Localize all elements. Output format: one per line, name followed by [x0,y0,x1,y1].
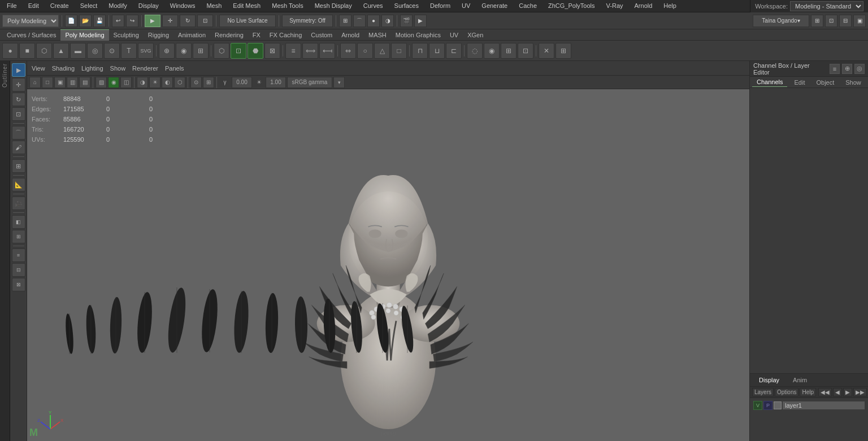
vp-menu-renderer[interactable]: Renderer [130,64,160,73]
menu-edit[interactable]: Edit [26,1,41,10]
ui-icon3[interactable]: ⊟ [839,15,852,27]
shelf-booleans[interactable]: ⊠ [264,43,280,59]
menu-help[interactable]: Help [661,1,679,10]
menu-cache[interactable]: Cache [517,1,539,10]
shelf-tab-rig[interactable]: Rigging [144,29,173,41]
le-nav-first[interactable]: ◀◀ [818,388,832,396]
menu-mesh[interactable]: Mesh [204,1,224,10]
shelf-circularize[interactable]: ◉ [176,43,192,59]
shelf-slide-edge[interactable]: ⟻ [319,43,335,59]
rotate-tool-btn[interactable]: ↻ [180,15,196,27]
shelf-soften[interactable]: ◌ [467,43,483,59]
misc-tool3[interactable]: ⊠ [12,278,25,291]
shelf-tab-xgen[interactable]: XGen [463,29,488,41]
shelf-bridge[interactable]: ⊡ [231,43,246,59]
menu-modify[interactable]: Modify [106,1,129,10]
shelf-cone[interactable]: ▲ [53,43,69,59]
shelf-extract[interactable]: ⊏ [446,43,462,59]
shelf-layout[interactable]: ⊡ [518,43,533,59]
select-tool[interactable]: ▶ [12,63,25,77]
wireframe-btn[interactable]: ◫ [120,77,132,88]
le-tab-display[interactable]: Display [754,375,784,385]
workspace-dropdown[interactable]: Modeling - Standard [790,1,863,11]
shelf-mirror[interactable]: ⇔ [340,43,356,59]
menu-generate[interactable]: Generate [479,1,510,10]
vp-menu-lighting[interactable]: Lighting [79,64,106,73]
snap-curve-btn[interactable]: ⌒ [353,15,366,27]
shelf-combine[interactable]: ⊓ [412,43,428,59]
shelf-tab-fx[interactable]: FX [248,29,265,41]
shelf-tab-sculpt[interactable]: Sculpting [109,29,144,41]
move-tool[interactable]: ✛ [12,78,25,91]
lasso-tool[interactable]: ⌒ [12,126,25,139]
shelf-bevel[interactable]: ⬣ [248,43,263,59]
cb-tab-edit[interactable]: Edit [789,78,809,87]
attr-icon1[interactable]: ≡ [830,64,840,74]
menu-edit-mesh[interactable]: Edit Mesh [231,1,263,10]
cb-tab-object[interactable]: Object [811,78,839,87]
live-surface-dropdown[interactable]: No Live Surface [219,15,276,27]
snap-point-btn[interactable]: ● [367,15,380,27]
snap-grid-btn[interactable]: ⊞ [339,15,351,27]
resolution-gate-btn[interactable]: ⊞ [203,77,214,88]
menu-display[interactable]: Display [136,1,161,10]
select-tool-btn[interactable]: ▶ [145,15,160,27]
shelf-smooth[interactable]: ○ [357,43,373,59]
menu-surfaces[interactable]: Surfaces [392,1,421,10]
ui-icon4[interactable]: ▣ [853,15,866,27]
shelf-text[interactable]: T [121,43,137,59]
paint-tool[interactable]: 🖌 [12,141,25,154]
vp-menu-show[interactable]: Show [108,64,128,73]
vp-menu-shading[interactable]: Shading [50,64,77,73]
shadow-btn[interactable]: ◐ [162,77,173,88]
snap-grid-tool[interactable]: ⊞ [12,159,25,173]
le-nav-prev[interactable]: ◀ [833,388,842,396]
shelf-cube[interactable]: ■ [19,43,35,59]
measure-tool[interactable]: 📐 [12,178,25,191]
le-nav-next[interactable]: ▶ [843,388,852,396]
shading-mode-btn[interactable]: ◉ [108,77,119,88]
attr-icon2[interactable]: ⊕ [842,64,852,74]
shelf-tab-arnold[interactable]: Arnold [337,29,364,41]
ui-icon1[interactable]: ⊞ [811,15,823,27]
shelf-clean[interactable]: ✕ [539,43,554,59]
options-menu[interactable]: Options [775,388,798,396]
snap-surface-btn[interactable]: ◑ [381,15,394,27]
misc-tool1[interactable]: ≡ [12,248,25,262]
shelf-target-weld[interactable]: ⊕ [159,43,175,59]
mode-dropdown[interactable]: Poly Modeling [2,15,59,27]
cam-home-btn[interactable]: ⌂ [29,77,41,88]
shelf-tab-poly[interactable]: Poly Modeling [60,29,108,41]
shelf-connect[interactable]: ⊞ [193,43,209,59]
ui-icon2[interactable]: ⊡ [825,15,837,27]
shelf-sphere[interactable]: ● [2,43,18,59]
menu-deform[interactable]: Deform [428,1,453,10]
menu-curves[interactable]: Curves [361,1,385,10]
xray-btn[interactable]: ◑ [137,77,148,88]
user-menu[interactable]: Taina Ogando ▾ [753,15,809,27]
menu-zhcg[interactable]: ZhCG_PolyTools [546,1,597,10]
help-menu[interactable]: Help [800,388,816,396]
le-tab-anim[interactable]: Anim [788,375,811,385]
shelf-extrude[interactable]: ⬡ [214,43,229,59]
menu-arnold[interactable]: Arnold [632,1,655,10]
shelf-tab-motion[interactable]: Motion Graphics [391,29,445,41]
texture-btn[interactable]: ⬡ [174,77,185,88]
render-settings-btn[interactable]: 🎬 [400,15,413,27]
layers-menu[interactable]: Layers [752,388,774,396]
shelf-torus[interactable]: ⊙ [104,43,120,59]
undo-btn[interactable]: ↩ [112,15,124,27]
misc-tool2[interactable]: ⊟ [12,263,25,277]
shelf-tab-fxcache[interactable]: FX Caching [265,29,306,41]
menu-file[interactable]: File [5,1,19,10]
shelf-harden[interactable]: ◉ [484,43,500,59]
shelf-tab-render[interactable]: Rendering [210,29,248,41]
ipr-render-btn[interactable]: ▶ [414,15,427,27]
shelf-tab-mash[interactable]: MASH [364,29,391,41]
open-scene-btn[interactable]: 📂 [79,15,92,27]
save-scene-btn[interactable]: 💾 [93,15,106,27]
isolate-btn[interactable]: ⊙ [190,77,202,88]
scale-tool[interactable]: ⊡ [12,107,25,121]
lighting-btn[interactable]: ☀ [149,77,160,88]
shelf-plane[interactable]: ▬ [70,43,86,59]
